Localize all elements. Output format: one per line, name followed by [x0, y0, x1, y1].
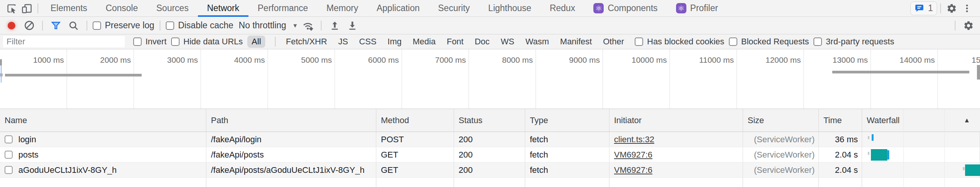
ruler-gridline: [603, 49, 603, 109]
filter-pill-css[interactable]: CSS: [358, 36, 377, 48]
upload-arrow-icon: [330, 20, 340, 31]
row-checkbox[interactable]: [5, 151, 13, 159]
issues-bubble-icon: [915, 3, 924, 13]
ruler-tick-label: 150: [972, 55, 980, 65]
preserve-log-toggle[interactable]: Preserve log: [93, 20, 154, 31]
waterfall-cell: [862, 163, 980, 177]
tab-network[interactable]: Network: [198, 0, 248, 17]
column-header-method[interactable]: Method: [376, 109, 454, 132]
invert-checkbox[interactable]: [133, 37, 142, 46]
filter-pill-media[interactable]: Media: [412, 36, 436, 48]
disable-cache-toggle[interactable]: Disable cache: [166, 20, 233, 31]
tab-profiler[interactable]: ⚛ Profiler: [667, 0, 727, 17]
initiator-link[interactable]: VM6927:6: [614, 165, 652, 175]
filter-pill-wasm[interactable]: Wasm: [525, 36, 550, 48]
column-header-waterfall[interactable]: Waterfall ▲: [862, 109, 980, 132]
filter-pill-font[interactable]: Font: [446, 36, 464, 48]
tab-security[interactable]: Security: [429, 0, 479, 17]
waterfall-bar: [868, 152, 869, 155]
export-har-button[interactable]: [345, 19, 360, 33]
filter-pill-img[interactable]: Img: [387, 36, 402, 48]
tab-application[interactable]: Application: [368, 0, 429, 17]
sort-ascending-icon: ▲: [964, 117, 970, 124]
settings-button[interactable]: [944, 2, 959, 15]
import-har-button[interactable]: [327, 19, 342, 33]
ruler-tick-label: 3000 ms: [140, 55, 198, 65]
initiator-link[interactable]: client.ts:32: [614, 135, 654, 145]
third-party-requests-checkbox[interactable]: [813, 37, 822, 46]
clear-icon: [24, 20, 34, 31]
column-header-name[interactable]: Name: [0, 109, 206, 132]
has-blocked-cookies-checkbox[interactable]: [635, 37, 643, 46]
column-header-time[interactable]: Time: [819, 109, 862, 132]
type-cell: fetch: [525, 147, 609, 162]
issues-counter[interactable]: 1: [910, 2, 937, 15]
tab-elements[interactable]: Elements: [41, 0, 96, 17]
tabbar-right-cluster: 1: [910, 2, 980, 15]
wifi-gear-icon: [302, 20, 314, 31]
waterfall-bar: [963, 167, 965, 170]
network-overview[interactable]: 1000 ms2000 ms3000 ms4000 ms5000 ms6000 …: [0, 49, 980, 109]
panel-tabs: Elements Console Sources Network Perform…: [41, 0, 727, 17]
ruler-gridline: [335, 49, 335, 109]
network-conditions-button[interactable]: [300, 19, 315, 33]
preserve-log-checkbox[interactable]: [93, 21, 101, 30]
react-icon: ⚛: [676, 3, 686, 13]
time-cell: 36 ms: [819, 132, 862, 147]
filter-pill-other[interactable]: Other: [602, 36, 625, 48]
inspect-element-button[interactable]: [4, 2, 19, 15]
third-party-requests-toggle[interactable]: 3rd-party requests: [813, 37, 894, 47]
search-button[interactable]: [66, 19, 81, 33]
column-header-size[interactable]: Size: [743, 109, 819, 132]
row-checkbox[interactable]: [5, 135, 13, 143]
tab-performance[interactable]: Performance: [248, 0, 317, 17]
filter-pill-js[interactable]: JS: [337, 36, 349, 48]
size-cell: (ServiceWorker): [743, 163, 819, 177]
tab-redux[interactable]: Redux: [541, 0, 584, 17]
column-header-initiator[interactable]: Initiator: [609, 109, 743, 132]
tab-label: Memory: [327, 3, 358, 13]
hide-data-urls-checkbox[interactable]: [171, 37, 180, 46]
tab-sources[interactable]: Sources: [147, 0, 198, 17]
filter-toggle-button[interactable]: [48, 19, 64, 33]
row-checkbox[interactable]: [5, 166, 13, 174]
ruler-tick-label: 11000 ms: [676, 55, 734, 65]
table-row-post-detail[interactable]: aGoduUeCLtJ1ixV-8GY_h /fakeApi/posts/aGo…: [0, 163, 980, 178]
column-header-path[interactable]: Path: [206, 109, 376, 132]
blocked-requests-checkbox[interactable]: [729, 37, 737, 46]
tab-lighthouse[interactable]: Lighthouse: [479, 0, 541, 17]
blocked-requests-toggle[interactable]: Blocked Requests: [729, 37, 809, 47]
hide-data-urls-toggle[interactable]: Hide data URLs: [171, 37, 243, 47]
waterfall-bar: [887, 150, 889, 159]
invert-toggle[interactable]: Invert: [133, 37, 167, 47]
tab-components[interactable]: ⚛ Components: [584, 0, 666, 17]
ruler-tick-label: 2000 ms: [73, 55, 131, 65]
device-toolbar-button[interactable]: [19, 2, 34, 15]
filter-pill-doc[interactable]: Doc: [474, 36, 490, 48]
column-header-status[interactable]: Status: [454, 109, 525, 132]
filter-pill-all[interactable]: All: [247, 36, 265, 48]
filter-pill-manifest[interactable]: Manifest: [559, 36, 593, 48]
filter-pill-ws[interactable]: WS: [500, 36, 515, 48]
tab-memory[interactable]: Memory: [317, 0, 368, 17]
type-cell: fetch: [525, 132, 609, 147]
waterfall-cell: [862, 132, 980, 147]
tab-label: Profiler: [690, 3, 718, 13]
clear-network-log-button[interactable]: [21, 19, 37, 33]
column-header-type[interactable]: Type: [525, 109, 609, 132]
more-options-button[interactable]: [959, 2, 975, 15]
throttling-dropdown[interactable]: No throttling ▼: [239, 20, 298, 31]
has-blocked-cookies-toggle[interactable]: Has blocked cookies: [635, 37, 724, 47]
table-row-login[interactable]: login /fakeApi/login POST 200 fetch clie…: [0, 132, 980, 147]
disable-cache-checkbox[interactable]: [166, 21, 174, 30]
blocked-requests-label: Blocked Requests: [741, 37, 809, 47]
filter-input[interactable]: [3, 36, 125, 47]
initiator-link[interactable]: VM6927:6: [614, 150, 652, 160]
table-row-posts[interactable]: posts /fakeApi/posts GET 200 fetch VM692…: [0, 147, 980, 163]
network-settings-button[interactable]: [961, 19, 976, 33]
tab-console[interactable]: Console: [96, 0, 147, 17]
record-network-log-button[interactable]: [4, 19, 19, 33]
ruler-gridline: [536, 49, 536, 109]
filter-pill-fetch-xhr[interactable]: Fetch/XHR: [285, 36, 328, 48]
record-icon: [8, 22, 15, 29]
